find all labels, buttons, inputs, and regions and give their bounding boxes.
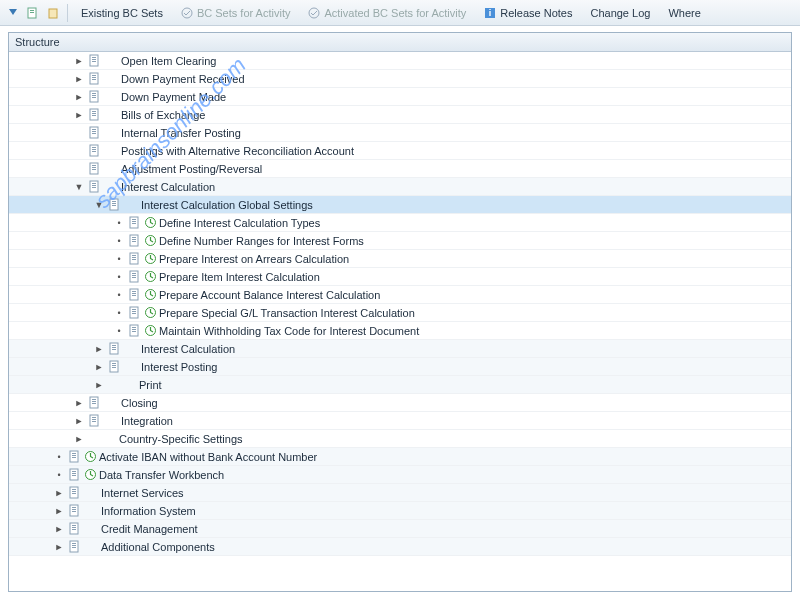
- expand-icon[interactable]: ►: [73, 91, 85, 103]
- tree-row-label: Credit Management: [101, 523, 198, 535]
- svg-rect-41: [110, 199, 118, 210]
- bc-sets-activity-button[interactable]: BC Sets for Activity: [173, 3, 299, 23]
- svg-rect-45: [130, 217, 138, 228]
- expand-icon[interactable]: ►: [73, 55, 85, 67]
- expander-placeholder: [73, 145, 85, 157]
- svg-rect-3: [30, 12, 34, 13]
- tree-row[interactable]: •Prepare Special G/L Transaction Interes…: [9, 304, 791, 322]
- leaf-bullet-icon: •: [113, 217, 125, 229]
- tree-row[interactable]: ►Bills of Exchange: [9, 106, 791, 124]
- tree-row[interactable]: •Activate IBAN without Bank Account Numb…: [9, 448, 791, 466]
- tree-row[interactable]: ▼Interest Calculation: [9, 178, 791, 196]
- tree-row-label: Internet Services: [101, 487, 184, 499]
- activity-clock-icon[interactable]: [143, 216, 157, 230]
- expand-icon[interactable]: ►: [73, 397, 85, 409]
- activity-clock-icon[interactable]: [143, 306, 157, 320]
- document-icon[interactable]: [24, 4, 42, 22]
- tree-row[interactable]: ►Down Payment Made: [9, 88, 791, 106]
- tree-row[interactable]: •Data Transfer Workbench: [9, 466, 791, 484]
- svg-rect-25: [90, 127, 98, 138]
- svg-rect-2: [30, 10, 34, 11]
- expand-icon[interactable]: ►: [53, 541, 65, 553]
- activity-clock-icon[interactable]: [143, 288, 157, 302]
- existing-bc-sets-button[interactable]: Existing BC Sets: [73, 3, 171, 23]
- tree-row-label: Country-Specific Settings: [119, 433, 243, 445]
- release-notes-button[interactable]: i Release Notes: [476, 3, 580, 23]
- expand-icon[interactable]: ►: [73, 109, 85, 121]
- tree-row[interactable]: ►Integration: [9, 412, 791, 430]
- tree-row[interactable]: Adjustment Posting/Reversal: [9, 160, 791, 178]
- leaf-bullet-icon: •: [113, 307, 125, 319]
- svg-rect-99: [72, 457, 76, 458]
- expand-icon[interactable]: ►: [53, 523, 65, 535]
- svg-rect-82: [112, 347, 116, 348]
- expand-icon[interactable]: ►: [93, 379, 105, 391]
- expand-icon[interactable]: ►: [73, 415, 85, 427]
- tree-row[interactable]: •Prepare Item Interest Calculation: [9, 268, 791, 286]
- document-icon: [67, 504, 81, 518]
- svg-rect-68: [132, 295, 136, 296]
- tree-row[interactable]: ►Print: [9, 376, 791, 394]
- collapse-icon[interactable]: ▼: [73, 181, 85, 193]
- expand-icon[interactable]: ►: [93, 361, 105, 373]
- activity-clock-icon[interactable]: [83, 450, 97, 464]
- svg-rect-33: [90, 163, 98, 174]
- expand-icon[interactable]: ►: [53, 487, 65, 499]
- svg-rect-90: [92, 401, 96, 402]
- svg-rect-108: [72, 491, 76, 492]
- expand-icon[interactable]: ►: [53, 505, 65, 517]
- activity-clock-icon[interactable]: [143, 252, 157, 266]
- tree-row[interactable]: ►Country-Specific Settings: [9, 430, 791, 448]
- tree-row[interactable]: •Prepare Account Balance Interest Calcul…: [9, 286, 791, 304]
- activity-clock-icon[interactable]: [83, 468, 97, 482]
- svg-rect-26: [92, 129, 96, 130]
- tree-row-label: Prepare Item Interest Calculation: [159, 271, 320, 283]
- svg-rect-92: [90, 415, 98, 426]
- tree-row[interactable]: •Prepare Interest on Arrears Calculation: [9, 250, 791, 268]
- tree-row[interactable]: ►Internet Services: [9, 484, 791, 502]
- activity-clock-icon[interactable]: [143, 270, 157, 284]
- svg-rect-56: [132, 255, 136, 256]
- tree-row[interactable]: ►Credit Management: [9, 520, 791, 538]
- tree-row[interactable]: ►Interest Calculation: [9, 340, 791, 358]
- tree-row[interactable]: ►Down Payment Received: [9, 70, 791, 88]
- activated-bc-sets-button[interactable]: Activated BC Sets for Activity: [300, 3, 474, 23]
- svg-rect-116: [72, 527, 76, 528]
- tree-row[interactable]: ►Interest Posting: [9, 358, 791, 376]
- expand-icon[interactable]: ►: [93, 343, 105, 355]
- svg-rect-55: [130, 253, 138, 264]
- document-icon: [67, 468, 81, 482]
- expand-all-icon[interactable]: [4, 4, 22, 22]
- expand-icon[interactable]: ►: [73, 73, 85, 85]
- paste-icon[interactable]: [44, 4, 62, 22]
- collapse-icon[interactable]: ▼: [93, 199, 105, 211]
- tree-row[interactable]: ▼Interest Calculation Global Settings: [9, 196, 791, 214]
- tree-row[interactable]: Postings with Alternative Reconciliation…: [9, 142, 791, 160]
- change-log-button[interactable]: Change Log: [582, 3, 658, 23]
- tree-row[interactable]: ►Information System: [9, 502, 791, 520]
- svg-point-6: [309, 8, 319, 18]
- toolbar-separator: [67, 4, 68, 22]
- document-icon: [87, 414, 101, 428]
- tree-row[interactable]: ►Closing: [9, 394, 791, 412]
- svg-rect-94: [92, 419, 96, 420]
- svg-rect-10: [92, 57, 96, 58]
- tree-row[interactable]: •Define Number Ranges for Interest Forms: [9, 232, 791, 250]
- tree-row[interactable]: Internal Transfer Posting: [9, 124, 791, 142]
- tree-row[interactable]: •Maintain Withholding Tax Code for Inter…: [9, 322, 791, 340]
- expand-icon[interactable]: ►: [73, 433, 85, 445]
- svg-rect-31: [92, 149, 96, 150]
- svg-rect-14: [92, 75, 96, 76]
- tree-row[interactable]: ►Additional Components: [9, 538, 791, 556]
- svg-rect-76: [132, 327, 136, 328]
- tree-row-label: Activate IBAN without Bank Account Numbe…: [99, 451, 317, 463]
- tree-row[interactable]: •Define Interest Calculation Types: [9, 214, 791, 232]
- document-icon: [127, 270, 141, 284]
- svg-rect-28: [92, 133, 96, 134]
- activity-clock-icon[interactable]: [143, 324, 157, 338]
- svg-rect-86: [112, 365, 116, 366]
- activity-clock-icon[interactable]: [143, 234, 157, 248]
- where-used-button[interactable]: Where: [660, 3, 708, 23]
- svg-rect-75: [130, 325, 138, 336]
- tree-row[interactable]: ►Open Item Clearing: [9, 52, 791, 70]
